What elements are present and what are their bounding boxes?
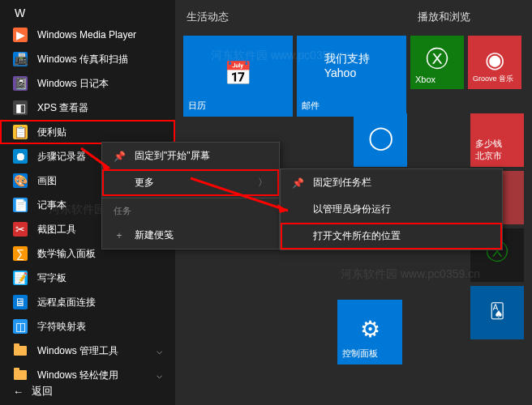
ctx-label: 固定到"开始"屏幕 <box>135 149 210 163</box>
tile-controlpanel[interactable]: ⚙控制面板 <box>337 300 402 364</box>
wordpad-icon: 📝 <box>13 271 28 285</box>
ctx-pin-start[interactable]: 📌固定到"开始"屏幕 <box>102 143 279 169</box>
tile-label: 多少钱北京市 <box>475 138 519 162</box>
app-label: 步骤记录器 <box>37 150 86 164</box>
app-rdp[interactable]: 🖥远程桌面连接 <box>0 290 175 314</box>
tile-label: Xbox <box>415 75 459 84</box>
ctx-label: 新建便笺 <box>135 228 174 242</box>
app-wmp[interactable]: ▶Windows Media Player <box>0 23 175 47</box>
journal-icon: 📓 <box>13 76 28 91</box>
xbox-icon: ⓧ <box>426 44 448 75</box>
cortana-icon: ◯ <box>368 124 393 151</box>
play-icon: ▶ <box>13 28 28 42</box>
tile-label: 日历 <box>188 100 288 112</box>
group-header-play[interactable]: 播放和浏览 <box>414 6 474 28</box>
fax-icon: 📠 <box>13 52 28 66</box>
ctx-open-location[interactable]: 打开文件所在的位置 <box>281 223 502 249</box>
separator <box>102 198 279 198</box>
ctx-pin-taskbar[interactable]: 📌固定到任务栏 <box>281 169 502 196</box>
ctx-more[interactable]: 更多〉 <box>102 169 279 196</box>
cards-icon: 🂡 <box>490 302 504 320</box>
app-label: 便利贴 <box>37 126 66 139</box>
chevron-down-icon: ⌵ <box>157 345 162 356</box>
tile-weather[interactable]: 多少钱北京市 <box>470 113 524 167</box>
tile-cortana[interactable]: ◯ <box>354 113 407 167</box>
tile-solitaire[interactable]: 🂡 <box>470 286 524 339</box>
ctx-label: 固定到任务栏 <box>313 176 371 190</box>
mail-icon: 我们支持 Yahoo <box>324 52 380 79</box>
tile-calendar[interactable]: 📅日历 <box>183 36 293 117</box>
app-fax[interactable]: 📠Windows 传真和扫描 <box>0 47 175 71</box>
folder-admintools[interactable]: Windows 管理工具⌵ <box>0 339 175 363</box>
folder-icon <box>13 368 28 382</box>
xps-icon: ◧ <box>13 100 28 115</box>
app-label: 远程桌面连接 <box>37 296 96 309</box>
ctx-new-note[interactable]: +新建便笺 <box>102 222 279 249</box>
ctx-category: 任务 <box>102 200 279 222</box>
context-menu-2: 📌固定到任务栏 以管理员身份运行 打开文件所在的位置 <box>280 168 503 250</box>
control-icon: ⚙ <box>360 316 380 343</box>
app-xps[interactable]: ◧XPS 查看器 <box>0 96 175 120</box>
tile-mail[interactable]: 我们支持 Yahoo邮件 <box>297 36 406 117</box>
folder-label: Windows 管理工具 <box>37 344 118 358</box>
tile-groove[interactable]: ◉Groove 音乐 <box>468 36 521 89</box>
pin-icon: 📌 <box>114 151 125 162</box>
ctx-run-admin[interactable]: 以管理员身份运行 <box>281 196 502 223</box>
app-label: Windows 传真和扫描 <box>37 53 128 66</box>
notepad-icon: 📄 <box>13 198 28 212</box>
context-menu-1: 📌固定到"开始"屏幕 更多〉 任务 +新建便笺 <box>101 142 280 249</box>
app-label: XPS 查看器 <box>37 101 88 115</box>
app-charmap[interactable]: ◫字符映射表 <box>0 314 175 339</box>
app-wordpad[interactable]: 📝写字板 <box>0 266 175 290</box>
math-icon: ∑ <box>13 246 28 261</box>
tile-xbox[interactable]: ⓧXbox <box>410 36 464 89</box>
tile-label: 控制面板 <box>342 347 397 360</box>
tile-label: 邮件 <box>302 100 401 112</box>
rdp-icon: 🖥 <box>13 295 28 309</box>
music-icon: ◉ <box>485 46 504 73</box>
arrow-left-icon: ← <box>13 386 24 398</box>
folder-label: Windows 轻松使用 <box>37 369 118 382</box>
app-label: Windows 日记本 <box>37 77 109 91</box>
steps-icon: ⏺ <box>13 149 28 164</box>
app-label: 字符映射表 <box>37 320 86 334</box>
app-stickynotes[interactable]: 📋便利贴 <box>0 120 175 144</box>
back-label: 返回 <box>32 384 53 399</box>
tile-label: Groove 音乐 <box>473 74 517 84</box>
app-label: 写字板 <box>37 271 66 285</box>
note-icon: 📋 <box>13 125 28 139</box>
app-label: 记事本 <box>37 198 66 212</box>
app-label: Windows Media Player <box>37 29 136 40</box>
plus-icon: + <box>114 230 125 241</box>
app-journal[interactable]: 📓Windows 日记本 <box>0 71 175 96</box>
ctx-label: 以管理员身份运行 <box>313 202 391 216</box>
ctx-label: 打开文件所在的位置 <box>313 229 401 243</box>
scissors-icon: ✂ <box>13 222 28 237</box>
paint-icon: 🎨 <box>13 173 28 188</box>
calendar-icon: 📅 <box>224 60 252 87</box>
charmap-icon: ◫ <box>13 319 28 334</box>
ctx-label: 更多 <box>135 176 154 190</box>
folder-icon <box>13 343 28 358</box>
app-label: 截图工具 <box>37 223 76 237</box>
chevron-right-icon: 〉 <box>258 176 268 190</box>
chevron-down-icon: ⌵ <box>157 369 162 381</box>
app-label: 数学输入面板 <box>37 247 96 261</box>
letter-header[interactable]: W <box>0 3 175 23</box>
pin-icon: 📌 <box>292 177 303 189</box>
app-label: 画图 <box>37 174 57 188</box>
back-button[interactable]: ←返回 <box>13 384 53 399</box>
group-header-life[interactable]: 生活动态 <box>183 6 406 28</box>
